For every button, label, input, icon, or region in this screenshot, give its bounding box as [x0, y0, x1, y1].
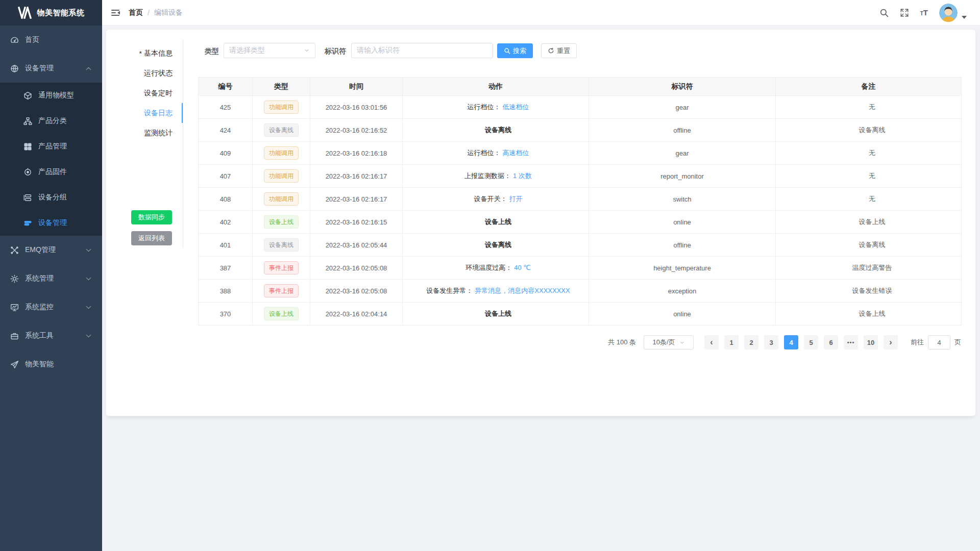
cell-action: 设备离线	[403, 119, 589, 142]
cell-time: 2022-03-16 02:16:15	[310, 211, 403, 234]
page-button-5[interactable]: 5	[804, 335, 818, 349]
page-button-10[interactable]: 10	[864, 335, 878, 349]
sidebar-subitem-product-manage[interactable]: 产品管理	[0, 134, 102, 159]
required-asterisk: *	[139, 49, 142, 58]
reset-button[interactable]: 重置	[541, 43, 577, 58]
table-row: 402设备上线2022-03-16 02:16:15设备上线online设备上线	[199, 211, 962, 234]
back-to-list-button[interactable]: 返回列表	[131, 231, 172, 245]
user-menu[interactable]	[939, 4, 967, 22]
page-button-6[interactable]: 6	[824, 335, 838, 349]
pagination: 共 100 条 10条/页 ‹ 123456•••10 › 前往 页	[198, 335, 961, 349]
action-link[interactable]: 1 次数	[513, 172, 532, 180]
action-link[interactable]: 40 ℃	[514, 264, 531, 271]
sidebar-item-system-monitor[interactable]: 系统监控	[0, 293, 102, 321]
type-select[interactable]: 请选择类型	[224, 43, 315, 58]
navbar-actions: TT	[879, 4, 967, 22]
page-more-button[interactable]: •••	[844, 335, 858, 349]
tab-device-log[interactable]: 设备日志	[106, 103, 183, 123]
sidebar-subitem-device-group[interactable]: 设备分组	[0, 185, 102, 210]
sidebar-item-label: 设备管理	[25, 64, 84, 73]
identifier-input[interactable]: 请输入标识符	[351, 43, 493, 58]
action-text: 设备发生异常：	[426, 287, 473, 294]
next-page-button[interactable]: ›	[884, 335, 898, 349]
dashboard-icon	[10, 36, 19, 44]
refresh-icon	[548, 47, 554, 54]
cell-remark: 设备发生错误	[776, 280, 962, 303]
cell-remark: 无	[776, 188, 962, 211]
data-sync-button[interactable]: 数据同步	[131, 210, 172, 224]
search-button[interactable]: 搜索	[497, 43, 533, 58]
cell-type: 设备上线	[253, 303, 310, 325]
action-text: 设备上线	[485, 218, 511, 226]
tab-basic-info[interactable]: *基本信息	[106, 43, 183, 63]
sidebar-item-wumei-smart[interactable]: 物美智能	[0, 350, 102, 379]
action-text: 运行档位：	[468, 149, 501, 157]
monitor-icon	[10, 303, 19, 312]
table-row: 407功能调用2022-03-16 02:16:17上报监测数据：1 次数rep…	[199, 165, 962, 188]
sidebar-subitem-label: 设备管理	[38, 218, 67, 228]
goto-suffix: 页	[954, 338, 961, 347]
page-button-1[interactable]: 1	[724, 335, 739, 349]
hamburger-icon[interactable]	[110, 8, 120, 18]
prev-page-button[interactable]: ‹	[704, 335, 719, 349]
sidebar-item-system-tools[interactable]: 系统工具	[0, 321, 102, 350]
cell-action: 环境温度过高：40 ℃	[403, 257, 589, 280]
cell-identifier: height_temperature	[589, 257, 776, 280]
sidebar-item-device-manage[interactable]: 设备管理	[0, 54, 102, 83]
action-link[interactable]: 异常消息，消息内容XXXXXXXX	[475, 287, 570, 294]
page-button-3[interactable]: 3	[764, 335, 778, 349]
gear-icon	[10, 274, 19, 283]
sidebar-subitem-device-list[interactable]: 设备管理	[0, 210, 102, 236]
cell-action: 运行档位：低速档位	[403, 96, 589, 119]
sidebar-item-emq[interactable]: EMQ管理	[0, 236, 102, 264]
action-link[interactable]: 打开	[509, 195, 523, 203]
action-text: 设备上线	[485, 310, 511, 317]
page-size-select[interactable]: 10条/页	[644, 335, 694, 349]
font-size-icon[interactable]: TT	[920, 8, 928, 17]
avatar[interactable]	[939, 4, 958, 22]
font-size-big-t: T	[923, 8, 928, 17]
tab-label: 设备日志	[144, 109, 173, 118]
chevron-down-icon	[84, 303, 93, 312]
device-log-table: 编号类型时间动作标识符备注 425功能调用2022-03-16 03:01:56…	[198, 77, 962, 325]
sidebar-subitem-thing-model[interactable]: 通用物模型	[0, 83, 102, 108]
logo-bar[interactable]: 物美智能系统	[0, 0, 102, 26]
tab-label: 监测统计	[144, 129, 173, 138]
sidebar-subitem-product-category[interactable]: 产品分类	[0, 108, 102, 134]
breadcrumb-home[interactable]: 首页	[129, 8, 143, 17]
tab-device-timer[interactable]: 设备定时	[106, 83, 183, 103]
sidebar-item-home[interactable]: 首页	[0, 26, 102, 54]
type-tag: 功能调用	[264, 169, 299, 183]
table-row: 424设备离线2022-03-16 02:16:52设备离线offline设备离…	[199, 119, 962, 142]
table-header: 编号类型时间动作标识符备注	[199, 78, 962, 96]
page-button-2[interactable]: 2	[744, 335, 758, 349]
tab-monitor-stats[interactable]: 监测统计	[106, 123, 183, 143]
cell-time: 2022-03-16 02:16:18	[310, 142, 403, 165]
chevron-down-icon	[84, 274, 93, 283]
breadcrumb-separator: /	[148, 9, 150, 17]
action-text: 设备离线	[485, 241, 511, 248]
tab-label: 基本信息	[144, 49, 173, 58]
bars-icon	[23, 219, 32, 228]
tab-run-status[interactable]: 运行状态	[106, 63, 183, 83]
cell-remark: 设备离线	[776, 119, 962, 142]
fullscreen-icon[interactable]	[900, 8, 909, 17]
breadcrumb: 首页 / 编辑设备	[129, 8, 183, 17]
cell-type: 功能调用	[253, 165, 310, 188]
cell-id: 407	[199, 165, 253, 188]
sidebar-subitem-product-firmware[interactable]: 产品固件	[0, 159, 102, 185]
page-button-4[interactable]: 4	[784, 335, 798, 349]
cell-id: 388	[199, 280, 253, 303]
cell-remark: 温度过高警告	[776, 257, 962, 280]
cell-remark: 设备上线	[776, 303, 962, 325]
side-actions: 数据同步 返回列表	[131, 210, 172, 245]
goto-page-input[interactable]	[928, 335, 950, 349]
sidebar-item-system-manage[interactable]: 系统管理	[0, 264, 102, 293]
action-text: 设备离线	[485, 126, 511, 134]
action-link[interactable]: 高速档位	[503, 149, 529, 157]
search-icon[interactable]	[879, 8, 889, 17]
cell-action: 设备开关：打开	[403, 188, 589, 211]
action-link[interactable]: 低速档位	[503, 103, 529, 111]
sidebar: 物美智能系统 首页设备管理通用物模型产品分类产品管理产品固件设备分组设备管理EM…	[0, 0, 102, 551]
cell-id: 408	[199, 188, 253, 211]
